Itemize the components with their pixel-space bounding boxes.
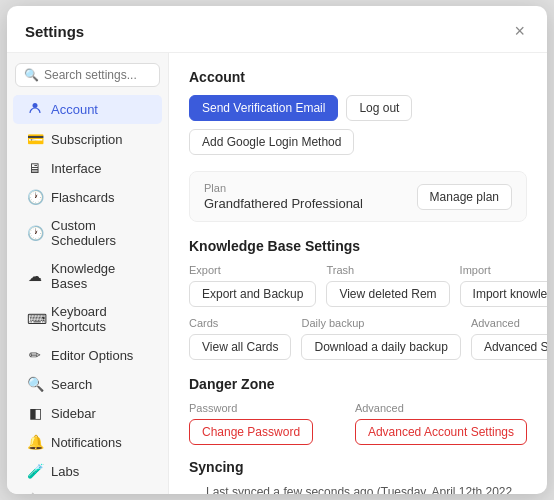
sidebar-item-label: Account	[51, 102, 98, 117]
sidebar-item-plugins[interactable]: 🔌 Plugins	[13, 486, 162, 494]
sidebar-item-label: Editor Options	[51, 348, 133, 363]
labs-icon: 🧪	[27, 463, 43, 479]
kb-cards-cell: Cards View all Cards	[189, 317, 291, 360]
sync-status-text: Last synced a few seconds ago (Tuesday, …	[206, 485, 527, 494]
kb-grid-row2: Cards View all Cards Daily backup Downlo…	[189, 317, 527, 360]
import-kb-button[interactable]: Import knowledge base	[460, 281, 547, 307]
close-button[interactable]: ×	[510, 20, 529, 42]
sidebar-item-subscription[interactable]: 💳 Subscription	[13, 125, 162, 153]
sidebar-item-label: Custom Schedulers	[51, 218, 148, 248]
search-input[interactable]	[44, 68, 151, 82]
account-section-title: Account	[189, 69, 527, 85]
keyboard-icon: ⌨	[27, 311, 43, 327]
sidebar-item-label: Keyboard Shortcuts	[51, 304, 148, 334]
kb-daily-cell: Daily backup Download a daily backup	[301, 317, 460, 360]
download-daily-backup-button[interactable]: Download a daily backup	[301, 334, 460, 360]
kb-export-cell: Export Export and Backup	[189, 264, 316, 307]
sidebar-item-editor-options[interactable]: ✏ Editor Options	[13, 341, 162, 369]
modal-title: Settings	[25, 23, 84, 40]
account-section: Account Send Verification Email Log out …	[189, 69, 527, 155]
modal-header: Settings ×	[7, 6, 547, 53]
import-label: Import	[460, 264, 547, 276]
advanced-account-label: Advanced	[355, 402, 527, 414]
plan-value: Grandfathered Professional	[204, 196, 363, 211]
sidebar-item-search[interactable]: 🔍 Search	[13, 370, 162, 398]
advanced-settings-button[interactable]: Advanced Settings	[471, 334, 547, 360]
sidebar-item-label: Knowledge Bases	[51, 261, 148, 291]
view-deleted-button[interactable]: View deleted Rem	[326, 281, 449, 307]
search-icon: 🔍	[24, 68, 39, 82]
sidebar-item-keyboard-shortcuts[interactable]: ⌨ Keyboard Shortcuts	[13, 298, 162, 340]
daily-label: Daily backup	[301, 317, 460, 329]
sidebar-item-label: Sidebar	[51, 406, 96, 421]
sidebar-item-sidebar[interactable]: ◧ Sidebar	[13, 399, 162, 427]
sidebar-item-label: Notifications	[51, 435, 122, 450]
danger-zone-title: Danger Zone	[189, 376, 527, 392]
sidebar-item-label: Search	[51, 377, 92, 392]
kb-advanced-cell: Advanced Advanced Settings	[471, 317, 547, 360]
sync-status: ✓ Last synced a few seconds ago (Tuesday…	[189, 485, 527, 494]
account-icon	[27, 101, 43, 118]
interface-icon: 🖥	[27, 160, 43, 176]
change-password-button[interactable]: Change Password	[189, 419, 313, 445]
sidebar-item-label: Interface	[51, 161, 102, 176]
manage-plan-button[interactable]: Manage plan	[417, 184, 512, 210]
kb-advanced-label: Advanced	[471, 317, 547, 329]
sidebar-item-knowledge-bases[interactable]: ☁ Knowledge Bases	[13, 255, 162, 297]
plan-section: Plan Grandfathered Professional Manage p…	[189, 171, 527, 222]
kb-import-cell: Import Import knowledge base	[460, 264, 547, 307]
kb-grid-row1: Export Export and Backup Trash View dele…	[189, 264, 527, 307]
send-verification-button[interactable]: Send Verification Email	[189, 95, 338, 121]
sidebar: 🔍 Account 💳 Subscription 🖥 Interface 🕐 F…	[7, 53, 169, 494]
log-out-button[interactable]: Log out	[346, 95, 412, 121]
advanced-account-settings-button[interactable]: Advanced Account Settings	[355, 419, 527, 445]
sidebar-item-label: Flashcards	[51, 190, 115, 205]
sidebar-item-interface[interactable]: 🖥 Interface	[13, 154, 162, 182]
flashcards-icon: 🕐	[27, 189, 43, 205]
kb-icon: ☁	[27, 268, 43, 284]
svg-point-0	[33, 103, 38, 108]
sidebar-item-account[interactable]: Account	[13, 95, 162, 124]
kb-trash-cell: Trash View deleted Rem	[326, 264, 449, 307]
sidebar-item-custom-schedulers[interactable]: 🕐 Custom Schedulers	[13, 212, 162, 254]
sidebar-item-flashcards[interactable]: 🕐 Flashcards	[13, 183, 162, 211]
syncing-section: Syncing ✓ Last synced a few seconds ago …	[189, 459, 527, 494]
plan-label: Plan	[204, 182, 363, 194]
sidebar-item-notifications[interactable]: 🔔 Notifications	[13, 428, 162, 456]
plugins-icon: 🔌	[27, 492, 43, 494]
notifications-icon: 🔔	[27, 434, 43, 450]
editor-icon: ✏	[27, 347, 43, 363]
export-backup-button[interactable]: Export and Backup	[189, 281, 316, 307]
sync-check-icon: ✓	[189, 491, 201, 494]
kb-section-title: Knowledge Base Settings	[189, 238, 527, 254]
schedulers-icon: 🕐	[27, 225, 43, 241]
subscription-icon: 💳	[27, 131, 43, 147]
password-label: Password	[189, 402, 345, 414]
search-nav-icon: 🔍	[27, 376, 43, 392]
trash-label: Trash	[326, 264, 449, 276]
danger-grid: Password Change Password Advanced Advanc…	[189, 402, 527, 445]
plan-info: Plan Grandfathered Professional	[204, 182, 363, 211]
cards-label: Cards	[189, 317, 291, 329]
settings-modal: Settings × 🔍 Account 💳 Subscription 🖥 In…	[7, 6, 547, 494]
sidebar-item-label: Plugins	[51, 493, 94, 495]
search-box[interactable]: 🔍	[15, 63, 160, 87]
add-google-button[interactable]: Add Google Login Method	[189, 129, 354, 155]
sidebar-item-labs[interactable]: 🧪 Labs	[13, 457, 162, 485]
sidebar-item-label: Subscription	[51, 132, 123, 147]
modal-body: 🔍 Account 💳 Subscription 🖥 Interface 🕐 F…	[7, 53, 547, 494]
advanced-account-cell: Advanced Advanced Account Settings	[355, 402, 527, 445]
danger-zone-section: Danger Zone Password Change Password Adv…	[189, 376, 527, 445]
account-buttons: Send Verification Email Log out Add Goog…	[189, 95, 527, 155]
view-all-cards-button[interactable]: View all Cards	[189, 334, 291, 360]
password-cell: Password Change Password	[189, 402, 345, 445]
main-content: Account Send Verification Email Log out …	[169, 53, 547, 494]
kb-settings-section: Knowledge Base Settings Export Export an…	[189, 238, 527, 360]
syncing-title: Syncing	[189, 459, 527, 475]
sidebar-icon: ◧	[27, 405, 43, 421]
sidebar-item-label: Labs	[51, 464, 79, 479]
export-label: Export	[189, 264, 316, 276]
